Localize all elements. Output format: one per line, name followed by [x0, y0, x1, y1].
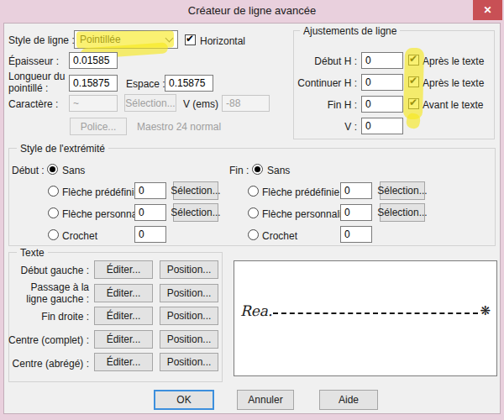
end-hook-radio[interactable]: [248, 229, 259, 240]
line-preview: Rea. ❋: [240, 291, 491, 321]
thickness-input[interactable]: [69, 52, 118, 69]
line-style-value: Pointillée: [80, 34, 166, 45]
center-abbrev-label: Centre (abrégé) :: [8, 358, 89, 370]
start-hook-input[interactable]: [134, 226, 166, 243]
start-none-radio[interactable]: [47, 164, 58, 175]
end-custom-arrow-selection-button[interactable]: Sélection...: [380, 203, 425, 222]
dash-length-input[interactable]: [69, 75, 118, 92]
start-predefined-arrow-radio[interactable]: [48, 186, 59, 197]
end-h-checkbox[interactable]: ✔: [408, 98, 419, 109]
continue-h-input[interactable]: [361, 74, 403, 91]
end-right-position-button[interactable]: Position...: [160, 307, 218, 325]
start-left-label: Début gauche :: [8, 265, 89, 276]
continue-h-checkbox[interactable]: ✔: [408, 76, 419, 87]
start-hook-radio[interactable]: [48, 229, 59, 240]
start-predefined-arrow-input[interactable]: [134, 182, 166, 199]
start-hook-label: Crochet: [62, 230, 97, 242]
end-predefined-arrow-selection-button[interactable]: Sélection...: [380, 181, 425, 200]
start-custom-arrow-selection-button[interactable]: Sélection...: [173, 203, 218, 222]
dialog-window: Créateur de ligne avancée ✕ Style de lig…: [0, 0, 504, 420]
end-hook-label: Crochet: [262, 230, 297, 242]
check-icon: ✔: [409, 97, 417, 108]
character-label: Caractère :: [8, 98, 58, 110]
close-icon: ✕: [483, 4, 491, 16]
center-full-position-button[interactable]: Position...: [160, 330, 218, 349]
line-break-left-edit-button[interactable]: Éditer...: [94, 284, 153, 302]
continue-h-label: Continuer H :: [297, 77, 357, 89]
line-adjustments-title: Ajustements de ligne: [300, 25, 400, 37]
font-button: Police...: [70, 118, 127, 135]
preview-end-symbol-icon: ❋: [480, 303, 491, 321]
character-selection-button: Sélection...: [124, 94, 176, 112]
text-group-title: Texte: [17, 247, 48, 259]
start-h-checkbox[interactable]: ✔: [408, 55, 419, 66]
title-bar: Créateur de ligne avancée ✕: [0, 0, 504, 23]
horizontal-label: Horizontal: [200, 35, 245, 47]
start-custom-arrow-radio[interactable]: [48, 207, 59, 218]
help-button[interactable]: Aide: [319, 390, 378, 410]
end-style-title: Style de l'extrémité: [17, 143, 108, 155]
end-label: Fin :: [229, 165, 249, 176]
end-predefined-arrow-radio[interactable]: [248, 186, 259, 197]
check-icon: ✔: [409, 53, 417, 65]
character-input: [69, 95, 118, 112]
end-right-edit-button[interactable]: Éditer...: [94, 307, 153, 325]
ok-button[interactable]: OK: [154, 390, 214, 410]
end-right-label: Fin droite :: [8, 311, 89, 323]
continue-h-checkbox-label: Après le texte: [423, 77, 484, 89]
space-input[interactable]: [165, 75, 213, 92]
end-hook-input[interactable]: [340, 226, 372, 243]
start-label: Début :: [12, 165, 45, 176]
end-predefined-arrow-label: Flèche prédéfinie :: [262, 186, 345, 198]
end-custom-arrow-radio[interactable]: [248, 207, 259, 218]
check-icon: ✔: [186, 33, 194, 45]
end-h-input[interactable]: [361, 96, 403, 113]
v-input[interactable]: [361, 118, 403, 134]
thickness-label: Épaisseur :: [8, 55, 59, 67]
end-predefined-arrow-input[interactable]: [340, 182, 372, 199]
preview-dashed-line: [273, 312, 478, 314]
horizontal-checkbox[interactable]: ✔: [185, 34, 196, 45]
preview-script-text: Rea.: [240, 304, 272, 321]
v-ems-label: V (ems): [183, 98, 218, 110]
line-style-dropdown[interactable]: Pointillée: [74, 30, 178, 49]
check-icon: ✔: [409, 75, 417, 87]
start-left-position-button[interactable]: Position...: [160, 260, 218, 279]
center-full-edit-button[interactable]: Éditer...: [94, 330, 153, 349]
cancel-button[interactable]: Annuler: [237, 390, 294, 410]
window-title: Créateur de ligne avancée: [0, 4, 504, 17]
start-left-edit-button[interactable]: Éditer...: [94, 260, 153, 279]
start-predefined-arrow-label: Flèche prédéfinie :: [62, 186, 145, 198]
end-custom-arrow-input[interactable]: [340, 204, 372, 221]
chevron-down-icon: [165, 34, 174, 42]
font-name-label: Maestro 24 normal: [137, 121, 221, 133]
space-label: Espace :: [126, 78, 165, 90]
v-label: V :: [297, 121, 357, 133]
start-h-input[interactable]: [361, 52, 403, 69]
close-button[interactable]: ✕: [473, 0, 502, 20]
line-break-left-position-button[interactable]: Position...: [160, 284, 218, 302]
line-break-left-label: Passage à la ligne gauche :: [8, 281, 89, 305]
end-none-label: Sans: [267, 165, 290, 176]
end-h-label: Fin H :: [297, 99, 357, 111]
start-h-checkbox-label: Après le texte: [423, 55, 484, 67]
center-abbrev-edit-button[interactable]: Éditer...: [94, 353, 153, 371]
start-predefined-arrow-selection-button[interactable]: Sélection...: [173, 181, 218, 200]
v-ems-input: [222, 95, 270, 112]
start-none-label: Sans: [62, 165, 85, 176]
start-h-label: Début H :: [297, 55, 357, 67]
end-none-radio[interactable]: [252, 164, 263, 175]
center-full-label: Centre (complet) :: [8, 334, 89, 346]
end-h-checkbox-label: Avant le texte: [423, 99, 484, 111]
line-style-label: Style de ligne :: [8, 34, 75, 46]
start-custom-arrow-input[interactable]: [134, 204, 166, 221]
dash-length-label: Longueur du pointillé :: [8, 71, 67, 94]
center-abbrev-position-button[interactable]: Position...: [160, 353, 218, 371]
